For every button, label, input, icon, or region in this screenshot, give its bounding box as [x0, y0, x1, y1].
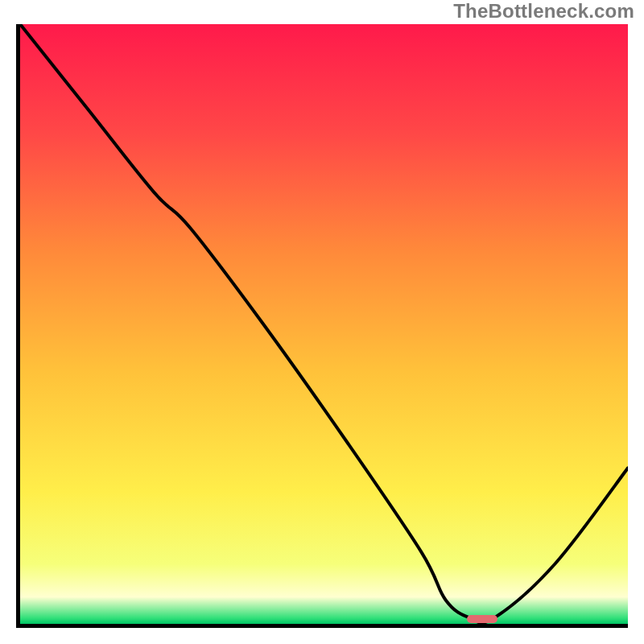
optimal-range-marker — [467, 615, 497, 623]
watermark-text: TheBottleneck.com — [453, 0, 634, 23]
bottleneck-curve — [20, 24, 628, 624]
chart-container: TheBottleneck.com — [0, 0, 644, 644]
plot-area — [16, 24, 628, 628]
